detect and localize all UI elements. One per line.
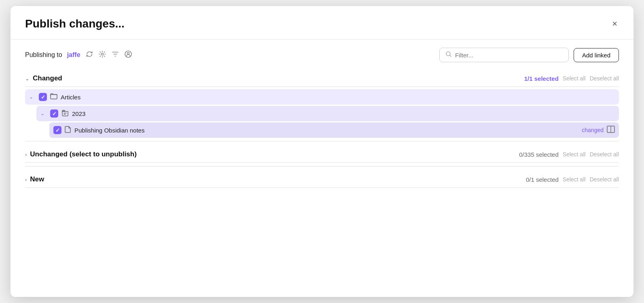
section-unchanged-title: Unchanged (select to unpublish): [30, 150, 137, 158]
obsidian-notes-checkbox[interactable]: ✓: [53, 126, 61, 134]
obsidian-notes-badge: changed: [582, 127, 604, 133]
obsidian-notes-file-icon: [65, 126, 71, 135]
tree-row: ✓ Publishing Obsidian notes changed: [49, 122, 619, 138]
new-select-all[interactable]: Select all: [563, 176, 586, 183]
search-icon: [445, 51, 452, 59]
toolbar-right: Add linked: [439, 48, 619, 62]
publishing-to-label: Publishing to: [25, 51, 62, 59]
svg-point-2: [127, 52, 129, 54]
articles-checkbox[interactable]: ✓: [39, 93, 47, 101]
unchanged-chevron-right-icon: ›: [25, 152, 27, 158]
new-chevron-right-icon: ›: [25, 177, 27, 183]
2023-checkbox[interactable]: ✓: [50, 109, 58, 118]
toolbar-left: Publishing to jaffe: [25, 50, 132, 60]
section-changed-title: Changed: [33, 74, 62, 82]
changed-chevron-down-icon: ⌄: [25, 76, 30, 82]
filter-input-wrap: [439, 48, 569, 62]
dialog-title: Publish changes...: [25, 17, 125, 30]
section-changed: ⌄ Changed 1/1 selected Select all Desele…: [25, 69, 619, 138]
section-new: › New 0/1 selected Select all Deselect a…: [25, 170, 619, 188]
2023-chevron-down-icon[interactable]: ⌄: [40, 111, 47, 116]
toolbar: Publishing to jaffe: [11, 40, 633, 69]
section-unchanged-actions: 0/335 selected Select all Deselect all: [519, 151, 619, 158]
dialog-body: ⌄ Changed 1/1 selected Select all Desele…: [11, 69, 633, 198]
articles-folder-icon: [50, 93, 57, 101]
divider: [25, 166, 619, 166]
obsidian-notes-label: Publishing Obsidian notes: [74, 127, 578, 134]
changed-deselect-all[interactable]: Deselect all: [590, 75, 619, 82]
svg-point-0: [101, 53, 103, 55]
section-new-actions: 0/1 selected Select all Deselect all: [526, 176, 619, 183]
section-unchanged: › Unchanged (select to unpublish) 0/335 …: [25, 145, 619, 163]
unchanged-deselect-all[interactable]: Deselect all: [590, 151, 619, 158]
changed-selected-count: 1/1 selected: [524, 75, 559, 82]
settings-icon[interactable]: [98, 50, 106, 60]
tree-row: ⌄ ✓ Articles: [25, 89, 619, 105]
new-selected-count: 0/1 selected: [526, 176, 559, 183]
publish-destination[interactable]: jaffe: [67, 51, 80, 59]
sync-icon[interactable]: [85, 50, 93, 60]
section-new-title: New: [30, 175, 44, 183]
publish-dialog: Publish changes... × Publishing to jaffe: [11, 6, 633, 297]
user-icon[interactable]: [124, 50, 132, 60]
tree-row: ⌄ ✓ 2023: [36, 106, 619, 121]
filter-input[interactable]: [455, 52, 563, 59]
section-unchanged-toggle[interactable]: › Unchanged (select to unpublish): [25, 150, 137, 158]
changed-select-all[interactable]: Select all: [563, 75, 586, 82]
articles-label: Articles: [61, 94, 615, 101]
2023-folder-icon: [61, 109, 69, 118]
add-linked-button[interactable]: Add linked: [574, 48, 619, 62]
section-changed-actions: 1/1 selected Select all Deselect all: [524, 75, 619, 82]
dialog-header: Publish changes... ×: [11, 6, 633, 40]
section-changed-toggle[interactable]: ⌄ Changed: [25, 74, 62, 82]
filter-icon[interactable]: [111, 50, 119, 60]
diff-view-icon[interactable]: [607, 126, 615, 135]
changed-tree: ⌄ ✓ Articles ⌄ ✓: [25, 89, 619, 138]
divider: [25, 141, 619, 141]
section-new-toggle[interactable]: › New: [25, 175, 44, 183]
new-deselect-all[interactable]: Deselect all: [590, 176, 619, 183]
section-changed-header: ⌄ Changed 1/1 selected Select all Desele…: [25, 69, 619, 87]
articles-chevron-down-icon[interactable]: ⌄: [29, 94, 36, 100]
svg-rect-4: [51, 95, 57, 99]
unchanged-select-all[interactable]: Select all: [563, 151, 586, 158]
section-unchanged-header: › Unchanged (select to unpublish) 0/335 …: [25, 145, 619, 163]
section-new-header: › New 0/1 selected Select all Deselect a…: [25, 170, 619, 188]
unchanged-selected-count: 0/335 selected: [519, 151, 559, 158]
close-button[interactable]: ×: [610, 18, 619, 30]
2023-label: 2023: [72, 110, 615, 117]
